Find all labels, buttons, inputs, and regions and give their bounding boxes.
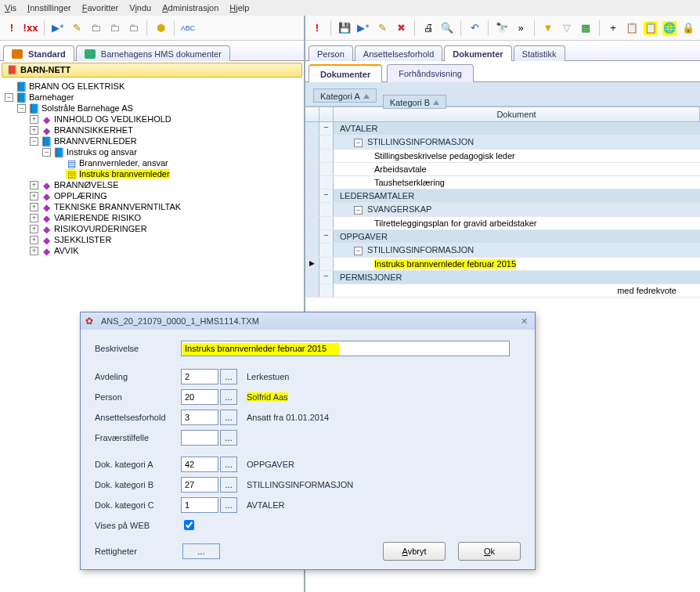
expand-icon[interactable]: + [30,225,38,233]
binocular-icon[interactable]: 🔭 [495,21,509,35]
tab-standard[interactable]: Standard [3,45,74,61]
delete-icon[interactable]: ✖ [394,21,408,35]
row-fedrekvote[interactable]: med fedrekvote [305,284,700,298]
expand-icon[interactable]: + [30,203,38,211]
lookup-person[interactable]: … [220,389,237,405]
node-solstrale[interactable]: −📘Solstråle Barnehage AS [16,103,304,114]
close-icon[interactable]: ✕ [518,316,530,327]
lookup-rettigheter[interactable]: … [182,543,220,559]
lookup-ansettelse[interactable]: … [220,410,237,425]
record-multi-icon[interactable]: !xx [23,21,38,35]
clipboard-icon[interactable]: 📋 [625,21,639,35]
input-avdeling[interactable] [181,369,218,384]
input-katC[interactable] [181,497,218,513]
node-instruks-brannvernleder[interactable]: ▤Instruks brannvernleder [53,168,304,179]
row-stillingsbeskrivelse[interactable]: Stillingsbeskrivelse pedagogisk leder [305,150,700,163]
filter1-icon[interactable]: ▼ [541,21,555,35]
lock-icon[interactable]: 🔒 [681,21,695,35]
group-kategori-a[interactable]: Kategori A [313,88,377,103]
group-kategori-b[interactable]: Kategori B [383,95,446,109]
find-next-icon[interactable]: » [514,21,528,35]
node-brannvernleder[interactable]: −📘BRANNVERNLEDER [28,135,304,146]
node-tekniske[interactable]: +◆TEKNISKE BRANNVERNTILTAK [28,201,304,212]
checkbox-web[interactable] [184,520,194,530]
collapse-icon[interactable]: − [319,122,334,135]
record-icon[interactable]: ! [310,21,324,35]
input-ansettelse[interactable] [181,410,218,425]
node-opplaering[interactable]: +◆OPPLÆRING [28,190,304,201]
paste-icon[interactable]: 📋 [644,21,658,35]
menu-hjelp[interactable]: Hjelp [229,3,249,13]
tab-hms[interactable]: Barnehagens HMS dokumenter [76,45,230,61]
node-sjekklister[interactable]: +◆SJEKKLISTER [28,234,304,245]
node-innhold[interactable]: +◆INNHOLD OG VEDLIKEHOLD [28,114,304,125]
plus-icon[interactable]: + [606,21,620,35]
subtab-forhandsvisning[interactable]: Forhåndsvisning [387,64,474,82]
folder2-icon[interactable]: 🗀 [107,21,121,35]
row-arbeidsavtale[interactable]: Arbeidsavtale [305,163,700,176]
row-taushet[interactable]: Taushetserklæring [305,176,700,190]
row-instruks-feb[interactable]: Instruks brannvernleder februar 2015 [305,258,700,271]
node-brannvernleder-ansvar[interactable]: ▤Brannvernleder, ansvar [53,157,304,168]
row-ledersamtaler[interactable]: −LEDERSAMTALER [305,190,700,203]
collapse-icon[interactable]: − [354,139,363,147]
tab-statistikk[interactable]: Statistikk [514,45,565,61]
ok-button[interactable]: Ok [458,542,521,561]
collapse-icon[interactable]: − [17,104,26,113]
box-icon[interactable]: ⬢ [153,21,168,35]
node-varierende[interactable]: +◆VARIERENDE RISIKO [28,212,304,223]
node-brannovelse[interactable]: +◆BRANNØVELSE [28,179,304,190]
folder1-icon[interactable]: 🗀 [88,21,103,35]
edit-icon[interactable]: ✎ [375,21,389,35]
row-oppgaver[interactable]: −OPPGAVER [305,230,700,244]
record-icon[interactable]: ! [5,21,19,35]
subtab-dokumenter[interactable]: Dokumenter [309,64,382,82]
lookup-fravaer[interactable]: … [220,430,237,446]
lookup-katC[interactable]: … [220,497,237,513]
expand-icon[interactable]: + [30,115,38,124]
excel-icon[interactable]: ▦ [579,21,593,35]
expand-icon[interactable]: + [30,214,38,222]
lookup-katB[interactable]: … [220,477,237,493]
menu-innstillinger[interactable]: Innstillinger [27,3,71,13]
menu-vis[interactable]: Vis [5,3,16,13]
dialog-titlebar[interactable]: ✿ ANS_20_21079_0000_1_HMS1114.TXM ✕ [81,312,535,330]
globe-icon[interactable]: 🌐 [662,21,677,35]
node-risikovurderinger[interactable]: +◆RISIKOVURDERINGER [28,223,304,234]
play-icon[interactable]: ▶* [356,21,370,35]
tab-ansettelse[interactable]: Ansettelsesforhold [355,45,443,61]
abc-icon[interactable]: ABC [181,21,195,35]
collapse-icon[interactable]: − [5,93,13,102]
expand-icon[interactable]: + [30,247,38,255]
expand-icon[interactable]: + [30,236,38,244]
collapse-icon[interactable]: − [319,190,334,202]
input-katB[interactable] [181,477,218,493]
col-dokument[interactable]: Dokument [334,107,700,121]
tab-person[interactable]: Person [309,45,353,61]
node-brann-elektrisk[interactable]: 📘BRANN OG ELEKTRISK [3,81,304,92]
row-tilrettelegging[interactable]: Tilretteleggingsplan for gravid arbeidst… [305,217,700,230]
filter2-icon[interactable]: ▽ [560,21,574,35]
node-avvik[interactable]: +◆AVVIK [28,245,304,256]
undo-icon[interactable]: ↶ [467,21,482,35]
row-permisjoner[interactable]: −PERMISJONER [305,271,700,284]
cancel-button[interactable]: Avbryt [383,542,446,561]
preview-icon[interactable]: 🔍 [440,21,454,35]
expand-icon[interactable]: + [30,126,38,135]
tab-dokumenter[interactable]: Dokumenter [444,45,511,61]
input-person[interactable] [181,389,218,405]
expand-icon[interactable]: + [30,181,38,190]
row-stillingsinfo[interactable]: −STILLINGSINFORMASJON [305,135,700,150]
tree-root-header[interactable]: 📕 BARN-NETT [2,63,302,78]
node-brannsikkerhet[interactable]: +◆BRANNSIKKERHET [28,125,304,135]
save-icon[interactable]: 💾 [337,21,352,35]
print-icon[interactable]: 🖨 [421,21,435,35]
input-fravaer[interactable] [181,430,218,446]
collapse-icon[interactable]: − [354,247,363,255]
row-stillingsinfo2[interactable]: −STILLINGSINFORMASJON [305,244,700,258]
collapse-icon[interactable]: − [319,271,334,283]
menu-vindu[interactable]: Vindu [129,3,151,13]
node-barnehager[interactable]: −📘Barnehager [3,92,304,103]
collapse-icon[interactable]: − [319,230,334,243]
lookup-avdeling[interactable]: … [220,369,237,384]
